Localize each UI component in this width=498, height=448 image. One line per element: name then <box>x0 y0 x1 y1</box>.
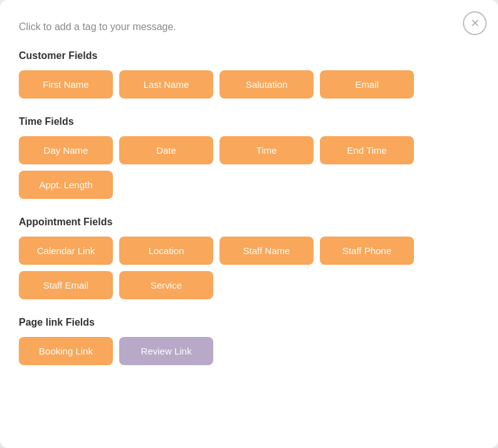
section-title-page-link-fields: Page link Fields <box>19 317 479 328</box>
tag-button-time[interactable]: Time <box>220 136 314 164</box>
tag-button-staff-name[interactable]: Staff Name <box>220 237 314 265</box>
tag-button-end-time[interactable]: End Time <box>320 136 414 164</box>
close-icon: ✕ <box>470 16 480 30</box>
tag-button-date[interactable]: Date <box>119 136 213 164</box>
tag-button-location[interactable]: Location <box>119 237 213 265</box>
button-row-customer-fields: First NameLast NameSalutationEmail <box>19 70 479 99</box>
section-page-link-fields: Page link FieldsBooking LinkReview Link <box>19 317 479 365</box>
button-row-appointment-fields: Calendar LinkLocationStaff NameStaff Pho… <box>19 237 479 299</box>
sections-container: Customer FieldsFirst NameLast NameSaluta… <box>19 50 479 365</box>
tag-button-first-name[interactable]: First Name <box>19 70 113 99</box>
tag-button-booking-link[interactable]: Booking Link <box>19 337 113 365</box>
button-row-time-fields: Day NameDateTimeEnd TimeAppt. Length <box>19 136 479 199</box>
tag-button-last-name[interactable]: Last Name <box>119 70 213 99</box>
section-time-fields: Time FieldsDay NameDateTimeEnd TimeAppt.… <box>19 116 479 199</box>
tag-button-staff-email[interactable]: Staff Email <box>19 271 113 299</box>
instruction-text: Click to add a tag to your message. <box>19 21 479 33</box>
tag-button-calendar-link[interactable]: Calendar Link <box>19 237 113 265</box>
tag-button-service[interactable]: Service <box>119 271 213 299</box>
section-customer-fields: Customer FieldsFirst NameLast NameSaluta… <box>19 50 479 99</box>
modal-container: ✕ Click to add a tag to your message. Cu… <box>0 0 498 448</box>
section-appointment-fields: Appointment FieldsCalendar LinkLocationS… <box>19 216 479 299</box>
section-title-time-fields: Time Fields <box>19 116 479 127</box>
tag-button-appt-length[interactable]: Appt. Length <box>19 171 113 199</box>
tag-button-staff-phone[interactable]: Staff Phone <box>320 237 414 265</box>
tag-button-salutation[interactable]: Salutation <box>220 70 314 99</box>
section-title-appointment-fields: Appointment Fields <box>19 216 479 228</box>
button-row-page-link-fields: Booking LinkReview Link <box>19 337 479 365</box>
tag-button-day-name[interactable]: Day Name <box>19 136 113 164</box>
tag-button-email[interactable]: Email <box>320 70 414 99</box>
close-button[interactable]: ✕ <box>463 11 487 35</box>
section-title-customer-fields: Customer Fields <box>19 50 479 61</box>
tag-button-review-link[interactable]: Review Link <box>119 337 213 365</box>
